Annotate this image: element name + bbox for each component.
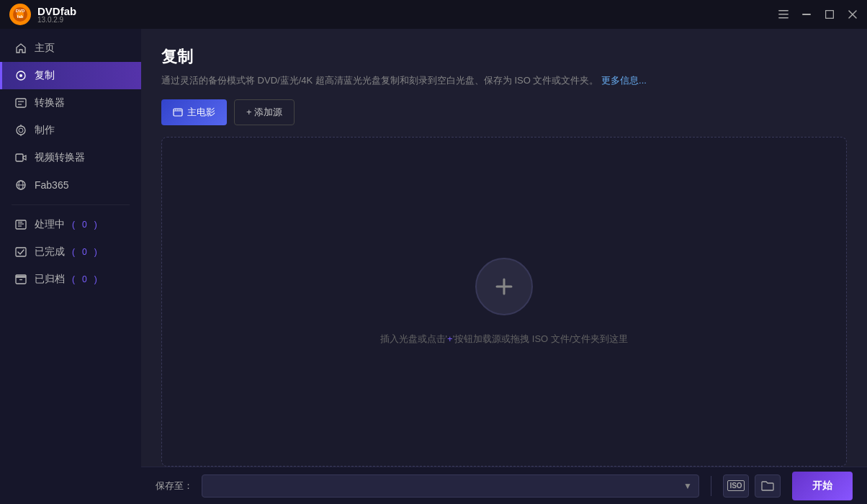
sidebar-item-creator[interactable]: 制作 (0, 117, 141, 144)
iso-button[interactable]: ISO (723, 474, 749, 498)
archived-count: 0 (82, 274, 87, 284)
sidebar: 主页 复制 转换器 (0, 29, 141, 504)
converter-icon (14, 96, 27, 109)
sidebar-item-converter[interactable]: 转换器 (0, 89, 141, 117)
archived-badge-close: ) (94, 274, 97, 284)
svg-rect-6 (778, 14, 789, 15)
footer-bar: 保存至： ▼ ISO 开始 (141, 467, 867, 504)
save-to-select[interactable] (202, 474, 699, 498)
movie-icon (173, 107, 183, 117)
sidebar-label-home: 主页 (35, 42, 55, 55)
hint-before: 插入光盘或点击' (380, 333, 447, 344)
iso-icon: ISO (727, 480, 744, 491)
sidebar-item-video-converter[interactable]: 视频转换器 (0, 144, 141, 171)
processing-badge: ( (72, 220, 75, 230)
sidebar-label-processing: 处理中 (35, 218, 65, 231)
save-to-label: 保存至： (156, 480, 193, 492)
svg-rect-25 (16, 220, 26, 229)
completed-badge: ( (72, 247, 75, 257)
drop-zone-hint: 插入光盘或点击'+'按钮加载源或拖拽 ISO 文件/文件夹到这里 (380, 333, 629, 346)
processing-icon (14, 218, 27, 231)
more-info-link[interactable]: 更多信息... (601, 75, 647, 86)
main-layout: 主页 复制 转换器 (0, 29, 867, 504)
folder-button[interactable] (755, 474, 781, 498)
sidebar-item-completed[interactable]: 已完成 ( 0 ) (0, 238, 141, 266)
hint-highlight: + (447, 333, 453, 344)
svg-text:fab: fab (17, 14, 24, 19)
svg-point-13 (19, 74, 22, 77)
minimize-button[interactable] (801, 9, 812, 20)
start-label: 开始 (812, 480, 832, 491)
drop-zone[interactable]: 插入光盘或点击'+'按钮加载源或拖拽 ISO 文件/文件夹到这里 (161, 137, 847, 467)
menu-icon-btn[interactable] (778, 9, 789, 20)
svg-rect-5 (778, 10, 789, 12)
svg-rect-14 (16, 99, 26, 107)
svg-text:DVD: DVD (16, 9, 25, 13)
completed-icon (14, 246, 27, 258)
hint-after: '按钮加载源或拖拽 ISO 文件/文件夹到这里 (453, 333, 629, 344)
creator-icon (14, 124, 27, 137)
sidebar-item-processing[interactable]: 处理中 ( 0 ) (0, 211, 141, 238)
sidebar-item-archived[interactable]: 已归档 ( 0 ) (0, 266, 141, 293)
svg-rect-9 (826, 11, 834, 19)
processing-badge-close: ) (94, 220, 97, 230)
sidebar-item-copy[interactable]: 复制 (0, 62, 141, 89)
titlebar: DVD fab DVDfab 13.0.2.9 (0, 0, 867, 29)
dvdfab-logo-icon: DVD fab (9, 3, 32, 26)
folder-icon (761, 480, 774, 492)
drop-zone-plus-button[interactable] (475, 258, 533, 315)
archived-icon (14, 273, 27, 286)
copy-icon (14, 69, 27, 82)
app-version: 13.0.2.9 (37, 17, 76, 24)
content-area: 复制 通过灵活的备份模式将 DVD/蓝光/4K 超高清蓝光光盘复制和刻录到空白光… (141, 29, 867, 504)
maximize-icon (825, 10, 834, 19)
app-name: DVDfab (37, 6, 76, 17)
page-desc-text: 通过灵活的备份模式将 DVD/蓝光/4K 超高清蓝光光盘复制和刻录到空白光盘、保… (161, 75, 598, 86)
sidebar-label-archived: 已归档 (35, 273, 65, 286)
page-title: 复制 (161, 46, 847, 68)
start-button[interactable]: 开始 (792, 472, 853, 500)
sidebar-label-copy: 复制 (35, 69, 55, 82)
menu-icon (778, 10, 789, 19)
footer-divider (711, 476, 711, 496)
main-movie-button[interactable]: 主电影 (161, 99, 227, 125)
archived-badge: ( (72, 274, 75, 284)
sidebar-item-home[interactable]: 主页 (0, 35, 141, 62)
toolbar: 主电影 + 添加源 (141, 99, 867, 137)
sidebar-item-fab365[interactable]: Fab365 (0, 171, 141, 199)
save-to-select-wrapper: ▼ (202, 474, 699, 498)
sidebar-label-video-converter: 视频转换器 (35, 151, 85, 164)
add-source-button[interactable]: + 添加源 (234, 99, 295, 125)
home-icon (14, 42, 27, 55)
page-description: 通过灵活的备份模式将 DVD/蓝光/4K 超高清蓝光光盘复制和刻录到空白光盘、保… (161, 73, 847, 88)
app-logo: DVD fab DVDfab 13.0.2.9 (9, 3, 76, 26)
sidebar-label-converter: 转换器 (35, 96, 65, 109)
svg-rect-7 (778, 17, 789, 19)
completed-count: 0 (82, 247, 87, 257)
completed-badge-close: ) (94, 247, 97, 257)
sidebar-divider (12, 204, 130, 205)
svg-rect-8 (802, 14, 811, 15)
svg-point-18 (19, 128, 23, 132)
maximize-button[interactable] (824, 9, 835, 20)
plus-icon (493, 275, 516, 298)
close-button[interactable] (847, 9, 858, 20)
minimize-icon (802, 14, 811, 15)
page-header: 复制 通过灵活的备份模式将 DVD/蓝光/4K 超高清蓝光光盘复制和刻录到空白光… (141, 29, 867, 99)
window-controls (778, 9, 858, 20)
video-converter-icon (14, 151, 27, 164)
sidebar-label-fab365: Fab365 (35, 179, 68, 191)
processing-count: 0 (82, 220, 87, 230)
close-icon (848, 10, 857, 19)
add-source-label: + 添加源 (246, 106, 282, 119)
fab365-icon (14, 179, 27, 192)
sidebar-label-completed: 已完成 (35, 246, 65, 258)
svg-point-17 (17, 126, 25, 135)
sidebar-label-creator: 制作 (35, 124, 55, 137)
svg-rect-21 (16, 154, 23, 161)
svg-rect-29 (16, 248, 26, 256)
main-movie-label: 主电影 (187, 106, 215, 119)
